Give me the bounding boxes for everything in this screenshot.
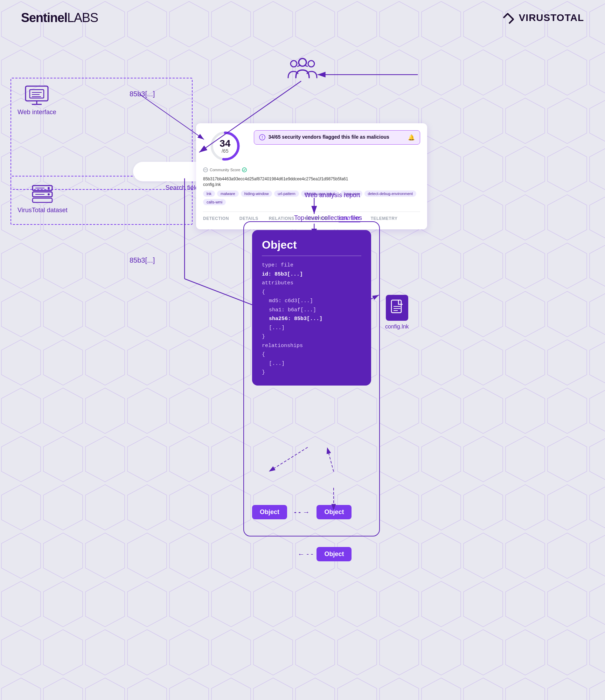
sha256-line: sha256: 85b3[...] (262, 314, 361, 324)
object-card: Object type: file id: 85b3[...] attribut… (252, 230, 371, 386)
people-node (287, 57, 318, 83)
virustotal-icon (501, 11, 515, 25)
sha1-line: sha1: b6af[...] (262, 306, 361, 315)
hash-label-bottom: 85b3[...] (130, 256, 155, 264)
svg-point-5 (308, 61, 314, 67)
tag-url-pattern: url-pattern (274, 190, 299, 197)
document-icon (390, 299, 404, 316)
tag-calls-wmi: calls-wmi (203, 199, 226, 205)
config-lnk-node: config.lnk (385, 295, 409, 330)
sub-object-2: Object (317, 505, 352, 519)
svg-text:!: ! (262, 135, 263, 139)
header: SentinelLABS VIRUSTOTAL (0, 0, 605, 32)
svg-point-3 (299, 58, 306, 66)
md5-line: md5: c6d3[...] (262, 297, 361, 306)
hash-label-top: 85b3[...] (130, 90, 155, 98)
virustotal-dataset-label: VirusTotal dataset (18, 207, 68, 214)
sub-object-bottom: ← - - Object (298, 547, 352, 561)
object-card-divider (262, 256, 361, 256)
svg-rect-19 (33, 198, 52, 202)
monitor-icon (24, 85, 49, 106)
server-icon (30, 183, 54, 204)
sub-object-1: Object (252, 505, 287, 519)
alert-box: ! 34/65 security vendors flagged this fi… (254, 130, 420, 145)
close-brace-2: } (262, 368, 361, 377)
virustotal-logo: VIRUSTOTAL (501, 11, 584, 25)
config-lnk-label: config.lnk (385, 324, 409, 330)
svg-point-21 (48, 193, 50, 195)
alert-icon: ! (259, 134, 265, 140)
open-brace-2: { (262, 350, 361, 359)
object-card-body: type: file id: 85b3[...] attributes { md… (262, 261, 361, 377)
svg-rect-8 (26, 86, 48, 101)
attributes-label: attributes (262, 279, 361, 288)
file-name: config.lnk (203, 182, 420, 187)
web-interface-label: Web interface (18, 109, 56, 116)
ellipsis-2: [...] (262, 359, 361, 368)
file-hash: 85b317bb4463a93ecc4d25af872401984d61e9dd… (203, 176, 420, 181)
object-card-title: Object (262, 238, 361, 251)
id-line: id: 85b3[...] (262, 270, 361, 279)
sentinel-labs-logo: SentinelLABS (21, 11, 98, 25)
bell-icon: 🔔 (408, 134, 415, 141)
open-brace-1: { (262, 288, 361, 297)
svg-point-20 (48, 187, 50, 189)
web-analysis-label: Web analysis report (305, 192, 360, 199)
alert-text: 34/65 security vendors flagged this file… (268, 134, 405, 140)
file-icon (386, 295, 408, 321)
sub-objects-row: Object - - → Object (252, 505, 352, 519)
search-field-label: Search field (165, 184, 199, 192)
relationships-label: relationships (262, 341, 361, 351)
score-numerator: 34 (220, 139, 230, 148)
tab-detection[interactable]: DETECTION (203, 216, 229, 222)
virustotal-card: 34 /65 Community Score (196, 123, 427, 229)
ellipsis-1: [...] (262, 324, 361, 333)
score-denominator: /65 (220, 148, 230, 153)
community-score-check-icon (242, 167, 247, 172)
community-score: Community Score (203, 167, 247, 172)
collection-label: Top-level collection: files (294, 214, 362, 222)
score-circle: 34 /65 (209, 130, 241, 162)
arrow-left-dashed: ← - - (298, 550, 313, 558)
tag-malware: malware (217, 190, 239, 197)
sub-object-3: Object (317, 547, 352, 561)
virustotal-dataset-node: VirusTotal dataset (18, 183, 68, 214)
close-brace-1: } (262, 332, 361, 341)
tag-detect-debug-environment: detect-debug-environment (364, 190, 416, 197)
tag-hiding-window: hiding-window (241, 190, 272, 197)
svg-point-4 (291, 61, 297, 67)
arrow-right-dashed: - - → (294, 508, 310, 516)
diagram: Web interface 85b3[...] Search field (0, 36, 605, 684)
community-score-icon (203, 167, 208, 172)
tag-lnk: lnk (203, 190, 215, 197)
type-line: type: file (262, 261, 361, 270)
web-interface-node: Web interface (18, 85, 56, 116)
people-icon (287, 57, 318, 83)
